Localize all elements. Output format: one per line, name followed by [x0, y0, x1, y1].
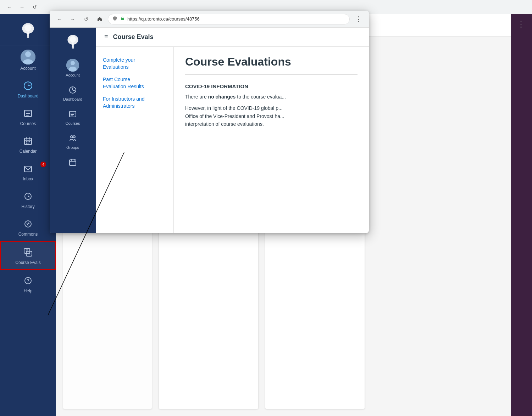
sidebar-item-account-label: Account [20, 66, 35, 71]
sidebar-item-account[interactable]: Account [0, 45, 56, 75]
popup-dashboard-icon [67, 84, 78, 96]
calendar-icon [22, 135, 34, 147]
covid-heading: COVID-19 INFORMATION [185, 83, 358, 89]
course-evals-page: ≡ Course Evals Complete yourEvaluations … [96, 28, 369, 233]
svg-rect-39 [71, 116, 73, 116]
sidebar-item-dashboard[interactable]: Dashboard [0, 75, 56, 103]
popup-sidebar-item-courses[interactable]: Courses [50, 105, 96, 129]
popup-sidebar-logo [63, 28, 83, 55]
popup-groups-icon [67, 133, 78, 144]
popup-more-btn[interactable]: ⋮ [353, 14, 365, 24]
svg-point-41 [73, 136, 75, 138]
browser-reload-btn[interactable]: ↺ [30, 2, 40, 12]
popup-browser: ← → ↺ https://q.utoronto.ca/courses/4875… [50, 11, 369, 233]
popup-forward-btn[interactable]: → [67, 14, 78, 24]
sidebar-item-commons[interactable]: Commons [0, 213, 56, 241]
svg-rect-9 [26, 115, 29, 116]
popup-sidebar-item-groups[interactable]: Groups [50, 129, 96, 153]
sidebar-item-history[interactable]: History [0, 186, 56, 213]
nav-item-instructors[interactable]: For Instructors andAdministrators [96, 93, 173, 112]
courses-icon [22, 107, 34, 120]
sidebar-item-inbox[interactable]: 4 Inbox [0, 158, 56, 186]
sidebar-item-history-label: History [21, 204, 34, 209]
popup-reload-btn[interactable]: ↺ [81, 14, 92, 24]
popup-sidebar-account-label: Account [66, 73, 80, 77]
svg-rect-42 [70, 160, 76, 165]
dark-right-panel: ⋮ [511, 14, 532, 416]
svg-point-3 [25, 51, 31, 57]
popup-sidebar: Account Dashboard [50, 28, 96, 233]
left-sidebar: Account Dashboard Courses [0, 14, 56, 416]
popup-back-btn[interactable]: ← [54, 14, 65, 24]
svg-rect-38 [71, 114, 74, 115]
sidebar-item-commons-label: Commons [18, 232, 38, 237]
sidebar-item-courses-label: Courses [20, 121, 36, 126]
nav-item-complete[interactable]: Complete yourEvaluations [96, 54, 173, 73]
sidebar-logo [0, 14, 56, 45]
svg-point-18 [28, 143, 29, 144]
popup-sidebar-item-calendar[interactable] [50, 153, 96, 172]
sidebar-item-help-label: Help [24, 288, 33, 293]
course-evals-main: Course Evaluations COVID-19 INFORMATION … [174, 47, 369, 233]
svg-point-16 [29, 141, 30, 142]
svg-point-33 [71, 61, 75, 65]
commons-icon [22, 218, 34, 230]
popup-sidebar-dashboard-label: Dashboard [63, 97, 82, 101]
course-evals-main-title: Course Evaluations [185, 55, 358, 75]
svg-rect-1 [27, 33, 29, 38]
popup-university-logo-icon [63, 33, 83, 50]
help-icon: ? [22, 274, 34, 287]
covid-text-1: There are no changes to the course evalu… [185, 93, 358, 101]
sidebar-item-inbox-label: Inbox [23, 176, 33, 181]
inbox-icon [22, 162, 34, 175]
sidebar-item-calendar[interactable]: Calendar [0, 130, 56, 158]
covid-text-2: However, in light of the COVID-19 global… [185, 104, 358, 128]
sidebar-item-courses[interactable]: Courses [0, 103, 56, 130]
popup-account-avatar [66, 59, 79, 72]
svg-text:?: ? [27, 278, 29, 283]
course-evals-header: ≡ Course Evals [96, 28, 369, 47]
popup-sidebar-item-account[interactable]: Account [50, 55, 96, 81]
svg-point-24 [28, 253, 30, 254]
dashboard-icon [22, 79, 34, 92]
dark-panel-dots[interactable]: ⋮ [511, 14, 532, 29]
inbox-badge: 4 [40, 162, 46, 167]
shield-icon [112, 16, 117, 22]
sidebar-item-calendar-label: Calendar [20, 149, 37, 154]
popup-sidebar-courses-label: Courses [66, 121, 80, 125]
sidebar-item-help[interactable]: ? Help [0, 270, 56, 298]
browser-forward-btn[interactable]: → [17, 2, 27, 12]
svg-rect-8 [26, 113, 30, 114]
browser-back-btn[interactable]: ← [4, 2, 14, 12]
svg-rect-31 [72, 44, 74, 49]
popup-content: Account Dashboard [50, 28, 369, 233]
hamburger-icon[interactable]: ≡ [104, 33, 108, 41]
course-evals-nav: Complete yourEvaluations Past CourseEval… [96, 47, 174, 233]
sidebar-item-course-evals[interactable]: Course Evals [0, 241, 56, 270]
popup-calendar-icon [67, 157, 78, 168]
svg-point-14 [26, 141, 27, 142]
popup-courses-icon [67, 108, 78, 120]
nav-item-past[interactable]: Past CourseEvaluation Results [96, 73, 173, 93]
svg-point-40 [71, 136, 73, 138]
account-avatar [21, 50, 35, 64]
popup-sidebar-groups-label: Groups [66, 145, 79, 150]
course-evals-icon [22, 246, 34, 259]
svg-rect-19 [24, 166, 32, 172]
popup-address-bar[interactable]: https://q.utoronto.ca/courses/48756 [108, 14, 350, 24]
popup-url: https://q.utoronto.ca/courses/48756 [127, 16, 200, 22]
svg-rect-29 [121, 18, 124, 20]
course-evals-header-title: Course Evals [113, 33, 154, 41]
sidebar-item-course-evals-label: Course Evals [15, 260, 40, 265]
popup-home-btn[interactable] [94, 14, 105, 24]
svg-point-17 [26, 143, 27, 144]
sidebar-item-dashboard-label: Dashboard [18, 94, 39, 99]
popup-browser-bar: ← → ↺ https://q.utoronto.ca/courses/4875… [50, 11, 369, 28]
university-logo-icon [17, 21, 39, 40]
popup-sidebar-item-dashboard[interactable]: Dashboard [50, 81, 96, 105]
course-evals-body: Complete yourEvaluations Past CourseEval… [96, 47, 369, 233]
lock-icon [120, 16, 124, 22]
history-icon [22, 190, 34, 203]
svg-point-15 [28, 141, 29, 142]
covid-section: COVID-19 INFORMATION There are no change… [185, 83, 358, 128]
